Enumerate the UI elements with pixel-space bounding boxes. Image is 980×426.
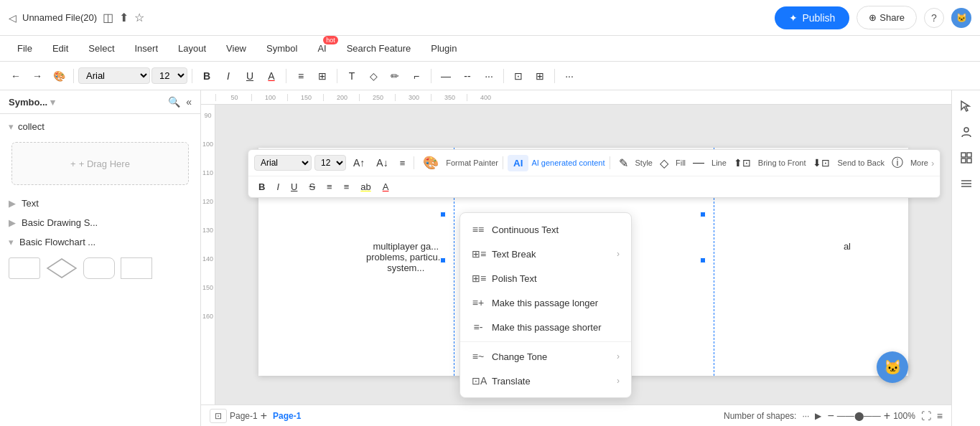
ctx-continuous-text[interactable]: ≡≡ Continuous Text (460, 217, 631, 242)
sidebar-expand-icon[interactable]: ▾ (50, 97, 55, 108)
pen-button[interactable]: ✏ (385, 66, 405, 86)
menu-symbol[interactable]: Symbol (258, 40, 306, 57)
ft-style[interactable]: ✎ (615, 154, 633, 172)
menu-insert[interactable]: Insert (126, 40, 167, 57)
star-icon[interactable]: ☆ (134, 11, 144, 24)
menu-ai[interactable]: AI hot (309, 40, 335, 57)
connector-button[interactable]: ⌐ (406, 66, 426, 86)
sidebar-search-icon[interactable]: 🔍 (168, 96, 180, 108)
add-page-icon[interactable]: + (261, 410, 267, 422)
shape-diamond[interactable] (46, 257, 78, 279)
ft-ai-btn[interactable]: AI (508, 155, 528, 171)
menu-plugin[interactable]: Plugin (422, 40, 465, 57)
ft-format-painter[interactable]: 🎨 (419, 153, 443, 173)
ft-align[interactable]: ≡ (396, 156, 410, 171)
frame-button[interactable]: ⊡ (508, 66, 528, 86)
page-icon[interactable]: ⊡ (210, 409, 227, 423)
back-icon[interactable]: ◁ (9, 12, 17, 24)
italic-button[interactable]: I (218, 66, 238, 86)
sidebar-item-basic-flowchart[interactable]: ▾ Basic Flowchart ... (0, 232, 200, 252)
shape-rect2[interactable] (121, 257, 152, 279)
menu-edit[interactable]: Edit (44, 40, 77, 57)
ft-list2[interactable]: ≡ (340, 179, 354, 194)
publish-button[interactable]: ✦ Publish (775, 6, 849, 29)
ai-assistant-button[interactable]: 🐱 (877, 351, 908, 383)
more-button[interactable]: ··· (559, 66, 579, 86)
ft-more[interactable]: ⓘ (887, 153, 907, 173)
line-style-button[interactable]: ― (436, 66, 456, 86)
ft-increase-size[interactable]: A↑ (349, 155, 369, 171)
layout-menu-icon[interactable]: ≡ (937, 410, 943, 422)
menu-layout[interactable]: Layout (169, 40, 215, 57)
line-style3-button[interactable]: ··· (479, 66, 499, 86)
shape-fill-button[interactable]: ◇ (363, 66, 383, 86)
zoom-in-button[interactable]: + (884, 410, 890, 422)
fullscreen-button[interactable]: ⛶ (921, 410, 931, 422)
selection-handle-br[interactable] (700, 257, 706, 263)
ft-bold[interactable]: B (254, 179, 269, 194)
ft-expand-icon[interactable]: › (931, 158, 934, 169)
play-icon[interactable]: ▶ (815, 411, 821, 421)
shape-rect[interactable] (9, 257, 40, 279)
align-button[interactable]: ≡ (291, 66, 311, 86)
sidebar-collect-header[interactable]: ▾ collect (0, 117, 200, 136)
save-icon[interactable]: ◫ (103, 11, 113, 24)
ft-decrease-size[interactable]: A↓ (372, 155, 392, 171)
ft-underline[interactable]: U (286, 179, 302, 194)
align2-button[interactable]: ⊞ (312, 66, 332, 86)
frame2-button[interactable]: ⊞ (530, 66, 550, 86)
ft-highlight[interactable]: ab (356, 179, 375, 194)
ft-line[interactable]: — (689, 154, 709, 171)
export-icon[interactable]: ⬆ (119, 11, 129, 24)
ft-italic[interactable]: I (272, 179, 284, 194)
undo-button[interactable]: ← (6, 66, 26, 86)
share-button[interactable]: ⊕ Share (857, 6, 917, 29)
rp-user-icon[interactable] (956, 122, 976, 142)
ft-fill[interactable]: ◇ (655, 154, 673, 172)
ctx-make-longer[interactable]: ≡+ Make this passage longer (460, 290, 631, 315)
zoom-slider[interactable]: ——⬤—— (837, 411, 881, 421)
shape-rounded-rect[interactable] (83, 257, 115, 279)
help-button[interactable]: ? (924, 8, 944, 28)
rp-select-icon[interactable] (956, 96, 976, 116)
format-painter-button[interactable]: 🎨 (49, 66, 69, 86)
rp-grid-icon[interactable] (956, 148, 976, 168)
bold-button[interactable]: B (197, 66, 217, 86)
selection-handle-tl[interactable] (440, 212, 446, 217)
line-style2-button[interactable]: ‐‐ (457, 66, 477, 86)
font-family-select[interactable]: Arial (78, 67, 150, 84)
ft-font-select[interactable]: Arial (254, 155, 312, 171)
ft-text-color[interactable]: A (378, 179, 393, 194)
ft-send-back[interactable]: ⬇⊡ (808, 155, 834, 171)
text-color-button[interactable]: A (261, 66, 281, 86)
active-page-tab[interactable]: Page-1 (273, 411, 301, 421)
ctx-translate[interactable]: ⊡A Translate › (460, 369, 631, 393)
avatar[interactable]: 🐱 (951, 8, 971, 28)
ctx-change-tone[interactable]: ≡~ Change Tone › (460, 344, 631, 369)
font-size-select[interactable]: 12 (151, 67, 187, 84)
zoom-level[interactable]: 100% (893, 411, 915, 421)
ctx-polish-text[interactable]: ⊞≡ Polish Text (460, 266, 631, 290)
ctx-text-break[interactable]: ⊞≡ Text Break › (460, 242, 631, 266)
underline-button[interactable]: U (240, 66, 260, 86)
sidebar-item-basic-drawing[interactable]: ▶ Basic Drawing S... (0, 213, 200, 232)
ft-strikethrough[interactable]: S (304, 179, 319, 194)
ft-list1[interactable]: ≡ (322, 179, 337, 194)
menu-file[interactable]: File (9, 40, 41, 57)
selection-handle-bl[interactable] (440, 257, 446, 263)
redo-button[interactable]: → (27, 66, 47, 86)
drag-here-area[interactable]: + + Drag Here (11, 142, 189, 185)
rp-lines-icon[interactable] (956, 174, 976, 194)
sidebar-collapse-icon[interactable]: « (186, 96, 192, 108)
selection-handle-tr[interactable] (700, 212, 706, 217)
menu-select[interactable]: Select (80, 40, 123, 57)
menu-view[interactable]: View (218, 40, 255, 57)
sidebar-item-text[interactable]: ▶ Text (0, 194, 200, 213)
zoom-out-button[interactable]: − (827, 410, 834, 422)
text-tool-button[interactable]: T (342, 66, 362, 86)
page-tab[interactable]: Page-1 (230, 411, 258, 421)
ft-bring-front[interactable]: ⬆⊡ (729, 155, 755, 171)
menu-search-feature[interactable]: Search Feature (338, 40, 420, 57)
ft-size-select[interactable]: 12 (314, 155, 346, 171)
ctx-make-shorter[interactable]: ≡- Make this passage shorter (460, 315, 631, 339)
